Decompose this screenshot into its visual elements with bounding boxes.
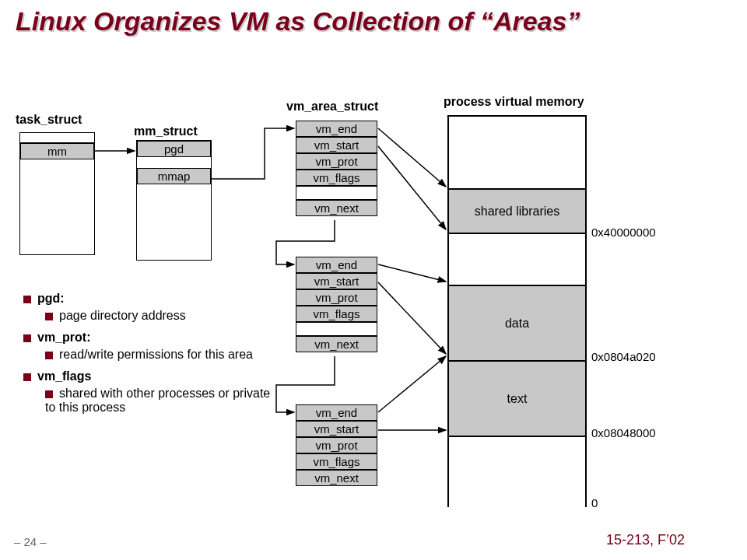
field-pgd: pgd [137,141,211,157]
bullet-icon [45,352,53,359]
vm1-next: vm_next [296,200,377,216]
vm2-flags: vm_flags [296,306,377,322]
bullet-icon [45,390,53,398]
vm2-end: vm_end [296,257,377,273]
label-process-virtual-memory: process virtual memory [444,95,584,109]
note-pgd-head: pgd: [37,292,65,305]
svg-line-1 [378,128,446,187]
region-data: data [449,286,585,362]
task-struct-box: mm [19,132,95,255]
addr-shared: 0x40000000 [591,226,656,239]
svg-line-3 [378,264,446,282]
field-mmap: mmap [137,168,211,184]
page-number: – 24 – [14,535,47,548]
vm3-end: vm_end [296,404,377,421]
vm1-end: vm_end [296,121,377,137]
addr-text: 0x08048000 [591,426,656,439]
course-id: 15-213, F’02 [606,532,685,548]
label-mm-struct: mm_struct [134,124,198,138]
vm1-flags: vm_flags [296,170,377,186]
mm-struct-box: pgd mmap [136,140,212,261]
region-shared-libraries: shared libraries [449,190,585,234]
svg-line-5 [378,356,446,412]
note-flags-body: shared with other processes or private t… [45,387,270,414]
vm3-flags: vm_flags [296,453,377,470]
field-mm: mm [20,143,94,159]
vm1-start: vm_start [296,137,377,153]
bullet-icon [23,296,31,303]
region-text: text [449,362,585,437]
slide-title: Linux Organizes VM as Collection of “Are… [16,6,580,37]
vm3-start: vm_start [296,421,377,437]
vm2-next: vm_next [296,336,377,352]
notes: pgd: page directory address vm_prot: rea… [23,292,272,415]
vm-area-2: vm_end vm_start vm_prot vm_flags vm_next [296,257,377,352]
svg-line-4 [378,282,446,354]
note-prot-head: vm_prot: [37,331,90,344]
label-task-struct: task_struct [16,113,82,127]
vm-area-1: vm_end vm_start vm_prot vm_flags vm_next [296,121,377,216]
note-flags-head: vm_flags [37,369,91,383]
addr-data: 0x0804a020 [591,350,656,363]
bullet-icon [23,334,31,342]
vm-area-3: vm_end vm_start vm_prot vm_flags vm_next [296,404,377,486]
memory-column: shared libraries data text [447,115,587,507]
bullet-icon [23,373,31,381]
label-vm-area-struct: vm_area_struct [286,100,378,114]
vm2-start: vm_start [296,273,377,289]
vm1-prot: vm_prot [296,153,377,170]
bullet-icon [45,313,53,320]
vm3-prot: vm_prot [296,437,377,453]
note-prot-body: read/write permissions for this area [59,348,253,361]
vm3-next: vm_next [296,470,377,486]
svg-line-2 [378,146,446,229]
addr-zero: 0 [591,496,598,509]
note-pgd-body: page directory address [59,309,186,322]
vm2-prot: vm_prot [296,289,377,306]
